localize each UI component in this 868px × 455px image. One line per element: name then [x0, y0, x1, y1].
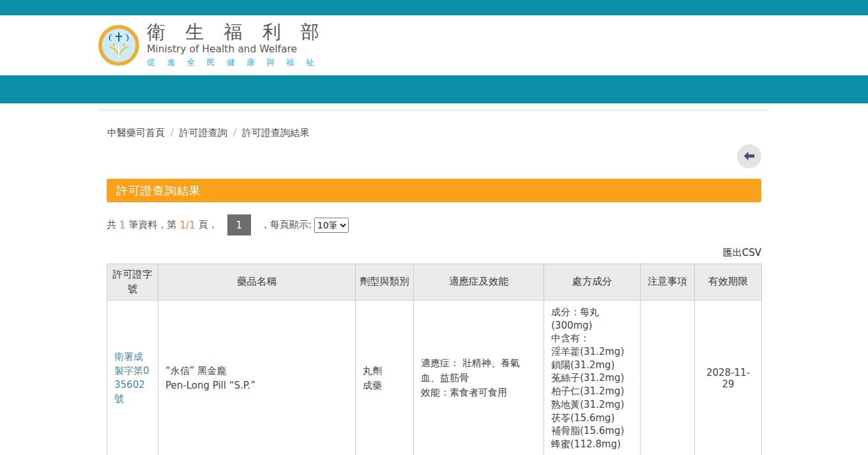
- drug-name-en: Pen-Long Pill “S.P.”: [165, 378, 348, 393]
- cell-indications: 適應症： 壯精神、養氣血、益筋骨 效能：素食者可食用: [414, 301, 544, 455]
- col-header-precautions: 注意事項: [641, 264, 695, 301]
- col-header-license-no: 許可證字號: [107, 264, 158, 301]
- per-page-label: ，每頁顯示:: [261, 219, 312, 231]
- breadcrumb-query-link[interactable]: 許可證查詢: [179, 127, 227, 139]
- section-title-bar: 許可證查詢結果: [107, 179, 761, 202]
- arrow-left-icon: [742, 149, 756, 163]
- cell-dosage-form: 丸劑 成藥: [356, 301, 414, 455]
- col-header-indications: 適應症及效能: [414, 264, 544, 301]
- page-title: 許可證查詢結果: [116, 183, 201, 198]
- cell-drug-name: “永信” 黑金龐 Pen-Long Pill “S.P.”: [158, 301, 356, 455]
- results-table: 許可證字號 藥品名稱 劑型與類別 適應症及效能 處方成分 注意事項 有效期限 衛…: [107, 264, 762, 455]
- org-slogan: 促 進 全 民 健 康 與 福 祉: [147, 57, 326, 68]
- breadcrumb-home-link[interactable]: 中醫藥司首頁: [107, 127, 165, 139]
- indication-text: 適應症： 壯精神、養氣血、益筋骨: [421, 356, 537, 386]
- pagination-text: 頁，: [199, 219, 218, 231]
- col-header-ingredients: 處方成分: [544, 264, 641, 301]
- cell-ingredients: 成分：每丸(300mg) 中含有： 淫羊藿(31.2mg) 鎖陽(31.2mg)…: [544, 301, 641, 455]
- breadcrumb-separator: /: [233, 127, 236, 138]
- breadcrumb-separator: /: [171, 127, 174, 138]
- total-count: 1: [119, 220, 126, 231]
- drug-category: 成藥: [363, 378, 406, 393]
- per-page-select[interactable]: 10筆: [314, 218, 349, 233]
- pagination-bar: 共 1 筆資料，第 1/1 頁， 1 ，每頁顯示: 10筆: [107, 214, 761, 235]
- license-number-link[interactable]: 衛署成製字第035602號: [114, 351, 149, 404]
- table-header-row: 許可證字號 藥品名稱 劑型與類別 適應症及效能 處方成分 注意事項 有效期限: [107, 264, 762, 301]
- main-nav-bar: [0, 75, 868, 103]
- cell-license-no: 衛署成製字第035602號: [107, 301, 158, 455]
- back-button[interactable]: [737, 144, 761, 168]
- breadcrumb-current: 許可證查詢結果: [242, 127, 309, 139]
- table-row: 衛署成製字第035602號 “永信” 黑金龐 Pen-Long Pill “S.…: [107, 301, 762, 455]
- content-container: 中醫藥司首頁 / 許可證查詢 / 許可證查詢結果 許可證查詢結果 共 1 筆資料…: [98, 110, 770, 455]
- col-header-drug-name: 藥品名稱: [158, 264, 356, 301]
- dosage-form: 丸劑: [363, 364, 406, 378]
- top-teal-bar: [0, 0, 868, 15]
- drug-name-zh: “永信” 黑金龐: [165, 364, 348, 378]
- ingredients-list: 成分：每丸(300mg) 中含有： 淫羊藿(31.2mg) 鎖陽(31.2mg)…: [551, 306, 633, 451]
- export-csv-link[interactable]: 匯出CSV: [723, 247, 761, 258]
- cell-expiry-date: 2028-11-29: [695, 301, 762, 455]
- breadcrumb: 中醫藥司首頁 / 許可證查詢 / 許可證查詢結果: [107, 127, 761, 138]
- efficacy-text: 效能：素食者可食用: [421, 385, 537, 400]
- org-name-zh: 衛 生 福 利 部: [147, 22, 326, 41]
- site-header: 衛 生 福 利 部 Ministry of Health and Welfare…: [0, 15, 868, 75]
- mohw-logo-icon: [98, 25, 139, 66]
- col-header-expiry: 有效期限: [695, 264, 762, 301]
- page-1-button[interactable]: 1: [227, 214, 251, 235]
- cell-precautions: [641, 301, 695, 455]
- col-header-dosage-form: 劑型與類別: [356, 264, 414, 301]
- page-indicator: 1/1: [180, 220, 195, 231]
- pagination-text: 筆資料，第: [129, 219, 177, 231]
- pagination-text: 共: [107, 219, 116, 231]
- org-name-en: Ministry of Health and Welfare: [147, 43, 326, 55]
